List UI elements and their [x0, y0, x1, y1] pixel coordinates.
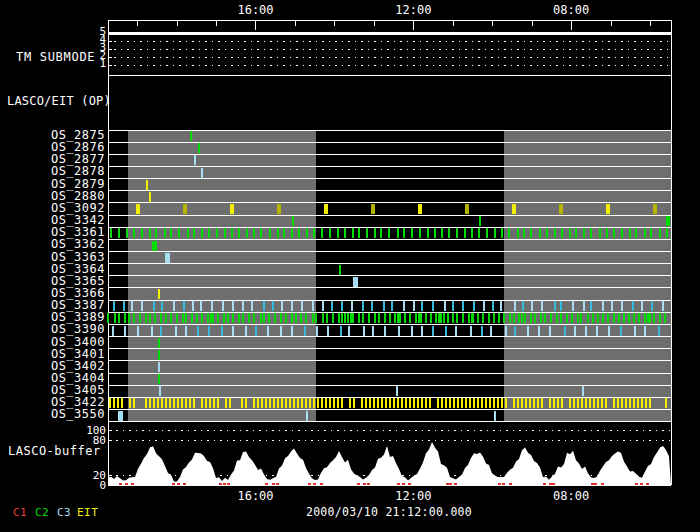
event-tick-green — [544, 313, 546, 323]
event-tick-cyan — [112, 326, 114, 336]
c1-activity-marker — [125, 483, 128, 485]
event-tick-green — [141, 228, 143, 238]
event-tick-green — [623, 313, 625, 323]
event-tick-cyan_bright — [560, 301, 562, 311]
event-tick-green — [486, 228, 488, 238]
event-tick-yellow — [589, 398, 591, 408]
event-tick-green — [196, 313, 198, 323]
event-tick-green — [274, 313, 276, 323]
event-tick-yellow — [633, 398, 635, 408]
event-tick-yellow — [629, 398, 631, 408]
event-tick-yellow — [213, 398, 215, 408]
event-tick-green — [268, 313, 270, 323]
event-tick-cyan — [363, 326, 365, 336]
event-tick-green — [629, 228, 631, 238]
event-tick-yellow — [158, 289, 160, 299]
event-tick-green — [246, 228, 248, 238]
event-tick-yellow — [621, 398, 623, 408]
event-tick-yellow — [225, 398, 227, 408]
event-tick-yellow — [121, 398, 123, 408]
c1-activity-marker — [276, 483, 279, 485]
right-border — [671, 20, 672, 485]
axis-minor-tick — [453, 21, 454, 26]
event-tick-yellow — [645, 398, 647, 408]
event-tick-green — [441, 228, 443, 238]
c1-activity-marker — [119, 483, 122, 485]
event-tick-yellow — [169, 398, 171, 408]
event-tick-cyan_bright — [590, 301, 592, 311]
event-tick-green — [217, 313, 219, 323]
bottom-axis-label: 16:00 — [237, 489, 273, 503]
event-tick-green — [312, 313, 314, 323]
event-tick-green — [488, 313, 490, 323]
event-tick-green — [556, 313, 558, 323]
legend-item-c1: C1 — [13, 506, 27, 519]
buffer-area-chart — [108, 423, 671, 487]
event-tick-green — [118, 228, 120, 238]
event-tick-cyan — [403, 301, 405, 311]
event-tick-green — [427, 228, 429, 238]
event-tick-green — [170, 228, 172, 238]
event-tick-yellow — [405, 398, 407, 408]
event-tick-green — [208, 228, 210, 238]
event-tick-green — [479, 216, 481, 226]
event-tick-cyan — [611, 301, 613, 311]
event-tick-yellow — [277, 398, 279, 408]
c1-activity-marker — [308, 483, 311, 485]
event-tick-green — [190, 131, 192, 141]
bottom-axis-label: 08:00 — [553, 489, 589, 503]
event-tick-yellow — [501, 398, 503, 408]
event-tick-green — [462, 313, 464, 323]
row-label: OS_3363 — [0, 251, 105, 263]
event-tick-cyan_bright — [113, 301, 115, 311]
event-tick-green — [154, 313, 156, 323]
event-tick-green — [384, 313, 386, 323]
event-tick-cyan_bright — [123, 301, 125, 311]
event-tick-yellow — [649, 398, 651, 408]
legend-item-eit: EIT — [77, 506, 98, 519]
event-tick-yellow — [365, 398, 367, 408]
event-tick-green — [149, 228, 151, 238]
event-tick-green — [283, 228, 285, 238]
event-tick-cyan_bright — [481, 326, 483, 336]
event-tick-green — [238, 228, 240, 238]
event-tick-green — [368, 313, 370, 323]
event-tick-cyan_bright — [554, 301, 556, 311]
row-line — [108, 251, 671, 252]
event-tick-green — [126, 228, 128, 238]
event-tick-cyan — [306, 411, 308, 421]
row-line — [108, 130, 671, 131]
event-tick-yellow — [313, 398, 315, 408]
event-tick-green — [452, 313, 454, 323]
event-tick-green — [248, 313, 250, 323]
event-tick-green — [242, 313, 244, 323]
tm-level-tick — [108, 41, 112, 42]
event-tick-cyan — [608, 326, 610, 336]
event-tick-green — [145, 313, 147, 323]
c1-activity-marker — [272, 483, 275, 485]
c1-activity-marker — [449, 483, 452, 485]
event-tick-cyan — [301, 301, 303, 311]
event-tick-cyan — [514, 301, 516, 311]
event-tick-yellow — [561, 398, 563, 408]
event-tick-yellow — [146, 180, 148, 190]
event-tick-yellow — [449, 398, 451, 408]
event-tick-green — [509, 313, 511, 323]
event-tick-green — [517, 228, 519, 238]
event-tick-green — [430, 313, 432, 323]
c1-activity-marker — [363, 483, 366, 485]
event-tick-green — [560, 313, 562, 323]
event-tick-yellow — [425, 398, 427, 408]
event-tick-olive — [653, 204, 657, 214]
event-tick-yellow — [581, 398, 583, 408]
event-tick-cyan_bright — [183, 301, 185, 311]
event-tick-cyan — [291, 326, 293, 336]
row-line — [108, 373, 671, 374]
event-tick-green — [409, 313, 411, 323]
event-tick-green — [468, 313, 470, 323]
event-tick-cyan — [582, 386, 584, 396]
event-tick-green — [253, 313, 255, 323]
axis-minor-tick — [216, 21, 217, 26]
event-tick-yellow — [617, 398, 619, 408]
event-tick-yellow — [541, 398, 543, 408]
